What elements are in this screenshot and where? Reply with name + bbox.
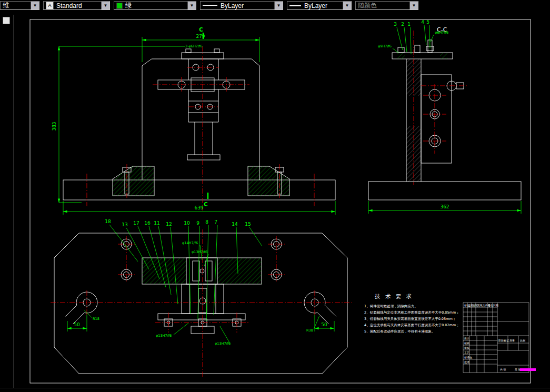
annotation-label: φ13H7/f6 (192, 250, 207, 254)
magenta-stamp (520, 368, 536, 371)
side-view: 362 C-C 32145 (368, 19, 521, 214)
callout-number: 15 (245, 222, 251, 227)
plan-view: 50 50 181317161112109871415 (51, 219, 352, 377)
leader-line (404, 27, 407, 52)
annotation-label: φ13H7/f6 (156, 334, 172, 338)
dim-279: 279 (196, 34, 205, 39)
front-dimensions (59, 33, 335, 215)
tech-req-item: 4、定位支承板与夹具体安装基面平行度误差不大于0.02mm； (364, 323, 459, 327)
title-block-label: 质量 (509, 339, 515, 342)
callout-number: 14 (232, 222, 238, 227)
annotation-label: φ13H7/f6 (215, 341, 231, 346)
leader-line (411, 27, 411, 54)
leader-line (424, 25, 426, 45)
callout-number: 10 (184, 220, 190, 226)
title-block-label: 设计 (464, 337, 469, 340)
dim-50-right: 50 (321, 322, 327, 327)
callout-number: 4 (421, 19, 424, 25)
callout-number: 16 (144, 220, 151, 226)
leader-line (214, 225, 217, 315)
title-block-label: 审核 (464, 346, 469, 349)
leader-line (429, 25, 430, 48)
title-block-label: 共 张 (500, 368, 506, 371)
title-block-label: 阶段标记 (498, 339, 509, 343)
plan-dimensions (67, 315, 334, 331)
callout-number: 7 (214, 219, 217, 225)
annotation-label: 2-φ6H7/f6 (185, 44, 203, 48)
callout-number: 17 (133, 220, 139, 226)
annotation-label: φ6H7/f6 (435, 31, 448, 35)
title-block: 标记处数分区更改文件号签名日期设计校核审核工艺标准化批准阶段标记质量比例共 张第… (463, 303, 536, 373)
leader-line (249, 227, 262, 246)
title-block-label: 标准化 (464, 356, 472, 359)
callout-number: 8 (205, 219, 208, 225)
tech-req-item: 3、镗套轴线与夹具体安装基面垂直度误差不大于0.05mm； (364, 317, 456, 321)
title-block-label: 工艺 (464, 351, 469, 354)
right-slot (304, 292, 336, 324)
leader-line (220, 326, 229, 343)
tech-req-title: 技 术 要 求 (375, 293, 413, 299)
drawing-canvas[interactable]: 279 383 639 C C (0, 0, 550, 392)
leader-line (198, 226, 199, 319)
leader-line (174, 323, 188, 335)
title-block-label: 第 张 (515, 368, 521, 371)
leader-line (393, 48, 398, 53)
sheet-frame (30, 19, 531, 383)
callout-number: 13 (122, 222, 127, 227)
leader-line (397, 27, 403, 50)
tech-req-item: 1、铸件需时效处理，消除内应力。 (364, 304, 418, 308)
dim-383: 383 (52, 122, 57, 130)
cad-application-window: 维 ▼ A Standard ▼ 绿 ▼ ByLayer ▼ ByLayer ▼ (0, 0, 550, 392)
annotation-label: φ14H7/f6 (182, 241, 198, 245)
dim-50-left: 50 (74, 322, 80, 327)
callout-number: 5 (426, 19, 429, 25)
title-block-label: 日期 (493, 304, 498, 307)
callout-number: 12 (166, 222, 172, 227)
callout-number: 2 (401, 22, 404, 27)
annotation-label: R38 (306, 328, 313, 333)
leader-line (84, 310, 92, 318)
annotation-label: φ9H7/f6 (378, 44, 392, 48)
technical-requirements: 技 术 要 求 1、铸件需时效处理，消除内应力。2、钻套轴线与定位支承板工作面垂… (364, 293, 459, 334)
annotation-label: R18 (93, 317, 99, 321)
section-mark-bottom: C (204, 202, 207, 207)
title-block-label: 校核 (464, 341, 469, 345)
leader-line (126, 228, 149, 269)
title-block-label: 批准 (464, 360, 469, 364)
leader-line (109, 225, 138, 262)
callout-number: 11 (154, 220, 159, 226)
callout-number: 9 (196, 220, 199, 226)
front-view: 279 383 639 C C (52, 27, 335, 215)
side-callouts: 32145 (394, 19, 430, 54)
leader-line (206, 225, 208, 321)
tech-req-item: 2、钻套轴线与定位支承板工作面垂直度误差不大于0.05mm； (364, 310, 459, 315)
title-block-label: 比例 (520, 339, 525, 343)
callout-number: 1 (407, 22, 411, 27)
dim-639: 639 (194, 205, 203, 210)
section-mark-top: C (199, 27, 203, 33)
dim-362: 362 (440, 204, 449, 209)
callout-number: 3 (394, 22, 397, 27)
tech-req-item: 5、装配后各运动件应灵活，不得有卡滞现象。 (364, 329, 435, 334)
callout-number: 18 (105, 219, 111, 224)
title-block-label: 签名 (488, 304, 493, 307)
